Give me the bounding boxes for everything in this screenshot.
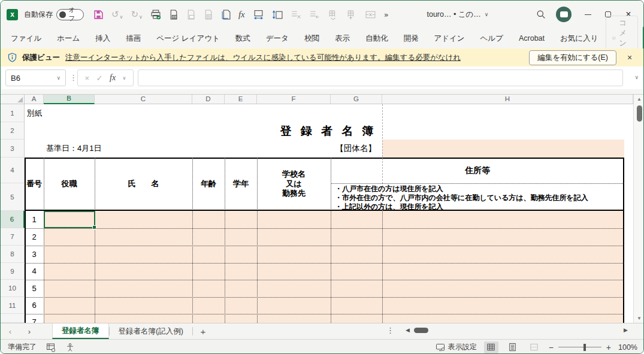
tab-help[interactable]: ヘルプ [473,28,511,49]
row-header-8[interactable]: 8 [1,246,25,263]
scroll-down-icon[interactable]: ▼ [634,316,644,321]
horizontal-scrollbar-thumb[interactable] [414,328,428,333]
row-header-6[interactable]: 6 [1,211,25,228]
cancel-entry-button[interactable]: × [85,74,90,83]
tab-insert[interactable]: 挿入 [87,28,118,49]
row-number-cell[interactable]: 5 [25,280,44,297]
quick-print-button[interactable] [169,10,179,20]
print-titles-button[interactable] [204,10,213,20]
warning-close-button[interactable]: × [622,53,637,62]
page-break-preview-button[interactable] [527,341,542,353]
row-number-cell[interactable]: 1 [25,211,44,228]
col-header-e[interactable]: E [225,95,257,104]
document-title[interactable]: touro… • この… ∨ [427,10,488,20]
col-header-b[interactable]: B [44,95,95,104]
delete-rows-button[interactable] [291,10,301,20]
search-button[interactable] [532,10,550,19]
col-header-a[interactable]: A [25,95,44,104]
col-header-c[interactable]: C [95,95,192,104]
sheet-title[interactable]: 登 録 者 名 簿 [95,122,562,140]
zoom-slider[interactable] [558,347,601,348]
tab-home[interactable]: ホーム [49,28,87,49]
redo-button[interactable]: ↻ ∨ [131,9,142,20]
autosave-control[interactable]: 自動保存 オフ [24,9,84,20]
col-header-d[interactable]: D [192,95,225,104]
tab-review[interactable]: 校閲 [297,28,327,49]
row-height-button[interactable] [272,10,283,20]
view-settings-button[interactable]: 表示設定 [436,342,477,352]
tab-data[interactable]: データ [258,28,297,49]
tab-automate[interactable]: 自動化 [358,28,396,49]
row-number-cell[interactable]: 3 [25,246,44,263]
confirm-entry-button[interactable]: ✓ [96,74,103,83]
formula-bar-expand-button[interactable]: ∨ [634,74,639,80]
fill-handle[interactable] [92,225,96,229]
zoom-out-button[interactable]: − [549,343,554,352]
col-header-h[interactable]: H [382,95,633,104]
save-button[interactable] [93,10,104,20]
formula-input[interactable] [138,69,623,86]
active-cell-selection[interactable] [44,211,95,228]
print-selection-button[interactable] [186,10,196,20]
col-header-g[interactable]: G [331,95,382,104]
row-header-10[interactable]: 10 [1,280,25,297]
sheet-grid[interactable]: A B C D E F G H 1 2 3 4 5 6 7 8 9 10 11 [1,95,644,323]
sheet-nav-right-button[interactable]: › [20,323,39,339]
accessibility-check-button[interactable] [65,343,75,352]
row-header-3[interactable]: 3 [1,140,25,158]
macro-record-button[interactable] [46,343,56,352]
insert-cells-shift-up-button[interactable] [346,10,357,20]
row-header-7[interactable]: 7 [1,228,25,246]
insert-function-fx-button[interactable]: fx [110,73,116,83]
page-layout-view-button[interactable] [506,341,520,353]
row-header-1[interactable]: 1 [1,104,25,122]
row-header-4[interactable]: 4 [1,158,25,183]
tab-acrobat[interactable]: Acrobat [511,28,552,49]
org-name-input-cell[interactable] [382,140,624,158]
sheet-tab-example[interactable]: 登録者名簿(記入例) [110,323,192,339]
col-header-f[interactable]: F [257,95,331,104]
merge-cells-button[interactable] [365,10,376,20]
drag-handle-icon[interactable]: ⋮ [69,73,77,82]
add-sheet-button[interactable]: + [193,323,213,339]
vertical-scrollbar[interactable]: ▲ ▼ [633,95,644,323]
tab-addins[interactable]: アドイン [426,28,472,49]
zoom-in-button[interactable]: + [606,343,611,352]
insert-cells-shift-down-button[interactable] [328,10,338,20]
insert-function-button[interactable]: fx [238,10,245,20]
protected-view-message[interactable]: 注意ーインターネットから入手したファイルは、ウイルスに感染している可能性がありま… [65,53,461,63]
tab-view[interactable]: 表示 [327,28,358,49]
org-name-label[interactable]: 【団体名】 [329,140,382,158]
enable-editing-button[interactable]: 編集を有効にする(E) [529,50,616,65]
normal-view-button[interactable] [484,341,498,353]
scroll-left-icon[interactable]: ◀ [406,327,410,333]
excel-logo-icon[interactable]: x [7,9,18,20]
print-preview-button[interactable] [150,10,161,20]
zoom-level[interactable]: 100% [618,343,637,352]
page-setup-button[interactable] [221,10,231,20]
row-number-cell[interactable]: 2 [25,228,44,246]
base-date-text[interactable]: 基準日：4月1日 [46,140,101,158]
qat-overflow-button[interactable]: » [384,10,389,19]
tab-scroll-split-handle[interactable]: ⋮ [386,326,394,335]
tab-page-layout[interactable]: ページ レイアウト [149,28,228,49]
minimize-button[interactable] [578,5,598,23]
vertical-scrollbar-thumb[interactable] [637,105,642,122]
row-header-9[interactable]: 9 [1,263,25,280]
scroll-right-icon[interactable]: ▶ [624,327,628,333]
tab-developer[interactable]: 開発 [395,28,426,49]
autosave-toggle[interactable]: オフ [56,9,84,20]
row-number-cell[interactable]: 4 [25,263,44,280]
tab-file[interactable]: ファイル [3,28,49,49]
row-number-cell[interactable]: 6 [25,297,44,314]
zoom-slider-handle[interactable] [583,344,586,351]
scroll-up-icon[interactable]: ▲ [634,96,644,102]
tab-formulas[interactable]: 数式 [228,28,258,49]
sheet-tab-active[interactable]: 登録者名簿 [52,323,109,339]
tab-draw[interactable]: 描画 [118,28,149,49]
delete-columns-button[interactable] [309,10,320,20]
tab-favorites[interactable]: お気に入り [552,28,606,49]
row-number-cell[interactable]: 7 [25,314,44,323]
select-all-corner[interactable] [1,95,25,104]
row-header-5[interactable]: 5 [1,183,25,211]
